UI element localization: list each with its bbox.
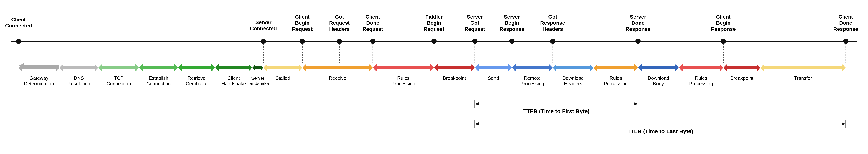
label-send: Send (488, 75, 499, 81)
label-certificate: Retrieve (188, 75, 206, 81)
label-server-connected-2: Connected (250, 26, 277, 31)
arrow-tcp (98, 64, 139, 71)
label-server-handshake-2: Handshake (247, 81, 269, 86)
label-rules-resp: Rules (610, 75, 622, 81)
label-rules-req-2: Processing (392, 81, 415, 87)
label-breakpoint-req: Breakpoint (443, 75, 466, 81)
label-dns: DNS (74, 75, 84, 81)
arrow-receive (302, 64, 373, 71)
label-download-body: Download (648, 75, 669, 81)
label-breakpoint-resp: Breakpoint (731, 75, 753, 81)
dot-server-done-response (636, 39, 641, 44)
dot-server-begin-response (509, 39, 515, 44)
label-got-request-headers-3: Headers (329, 26, 350, 32)
arrow-rules-resp (593, 64, 638, 71)
arrow-breakpoint-req (434, 64, 475, 71)
label-client-begin-request-2: Begin (295, 20, 310, 26)
label-server-connected: Server (255, 20, 271, 25)
ttfb-arrow-right (634, 102, 638, 105)
label-server-done-response-2: Done (631, 20, 645, 26)
label-tcp: TCP (114, 75, 124, 81)
label-got-response-headers-2: Response (540, 20, 565, 26)
label-got-response-headers-3: Headers (542, 26, 563, 32)
label-gateway: Gateway (30, 75, 49, 81)
label-server-done-response-3: Response (626, 26, 650, 32)
label-establish-2: Connection (146, 81, 171, 87)
arrow-download-headers (553, 64, 593, 71)
label-rules-req: Rules (397, 75, 409, 81)
label-client-done-response-2: Done (839, 20, 852, 26)
ttlb-arrow-right (842, 122, 846, 125)
label-server-begin-response-2: Begin (505, 20, 519, 26)
label-client-begin-request: Client (295, 14, 310, 20)
arrow-server-handshake (252, 65, 264, 70)
dot-client-done-request (370, 39, 375, 44)
label-server-begin-response: Server (504, 14, 520, 20)
label-establish: Establish (149, 75, 168, 81)
label-ttlb: TTLB (Time to Last Byte) (627, 128, 693, 134)
dot-fiddler-begin-request (431, 39, 437, 44)
label-tcp-2: Connection (106, 81, 131, 87)
label-client-handshake: Client (227, 75, 240, 81)
label-server-handshake: Server (251, 76, 265, 81)
arrow-rules-resp2 (679, 64, 723, 71)
label-rules-resp2: Rules (695, 75, 707, 81)
arrow-client-handshake (215, 64, 252, 71)
label-client-done-request: Client (366, 14, 380, 20)
label-gateway-2: Determination (24, 81, 54, 87)
diagram-container: Client Connected Server Connected Client… (0, 0, 868, 154)
label-client-done-request-2: Done (366, 20, 379, 26)
label-server-got-request-2: Got (470, 20, 479, 26)
dot-got-response-headers (550, 39, 555, 44)
label-server-got-request: Server (467, 14, 483, 20)
label-got-response-headers: Got (548, 14, 557, 20)
label-server-got-request-3: Request (465, 26, 485, 32)
arrow-breakpoint-resp (723, 64, 761, 71)
arrow-rules-req (373, 64, 434, 71)
label-client-done-response: Client (838, 14, 853, 20)
label-client-begin-response: Client (716, 14, 731, 20)
label-download-headers: Download (562, 75, 584, 81)
arrow-certificate (178, 64, 215, 71)
label-rules-resp-2: Processing (604, 81, 628, 87)
ttlb-arrow-left (475, 122, 478, 125)
label-server-done-response: Server (630, 14, 646, 20)
label-client-done-request-3: Request (363, 26, 383, 32)
label-client-connected: Client (11, 17, 26, 23)
label-client-connected-2: Connected (5, 23, 32, 29)
dot-client-connected (16, 39, 21, 44)
label-dns-2: Resolution (67, 81, 90, 87)
label-stalled: Stalled (275, 75, 290, 81)
arrow-dns (59, 64, 98, 71)
label-fiddler-begin-request-3: Request (424, 26, 444, 32)
label-rules-resp2-2: Processing (689, 81, 713, 87)
label-certificate-2: Certificate (186, 81, 207, 87)
arrow-send (475, 64, 512, 71)
label-fiddler-begin-request: Fiddler (425, 14, 442, 20)
label-transfer: Transfer (794, 75, 812, 81)
label-ttfb: TTFB (Time to First Byte) (523, 108, 590, 114)
label-client-begin-request-3: Request (292, 26, 312, 32)
timeline-svg: Client Connected Server Connected Client… (0, 0, 868, 154)
arrow-transfer (761, 64, 846, 71)
label-download-headers-2: Headers (564, 81, 582, 87)
dot-got-request-headers (337, 39, 342, 44)
dot-client-begin-response (721, 39, 726, 44)
dot-server-got-request (472, 39, 477, 44)
dot-server-connected (261, 39, 266, 44)
dot-client-begin-request (300, 39, 305, 44)
label-client-done-response-3: Response (833, 26, 858, 32)
label-got-request-headers: Got (335, 14, 344, 20)
arrow-establish (139, 64, 178, 71)
arrow-remote (512, 64, 553, 71)
label-client-begin-response-3: Response (711, 26, 736, 32)
label-download-body-2: Body (653, 81, 664, 87)
arrow-download-body (638, 64, 679, 71)
label-receive: Receive (329, 75, 346, 81)
label-server-begin-response-3: Response (499, 26, 524, 32)
ttfb-arrow-left (475, 102, 478, 105)
label-client-begin-response-2: Begin (716, 20, 731, 26)
label-remote: Remote (524, 75, 540, 81)
label-client-handshake-2: Handshake (221, 81, 246, 87)
dot-client-done-response (843, 39, 848, 44)
